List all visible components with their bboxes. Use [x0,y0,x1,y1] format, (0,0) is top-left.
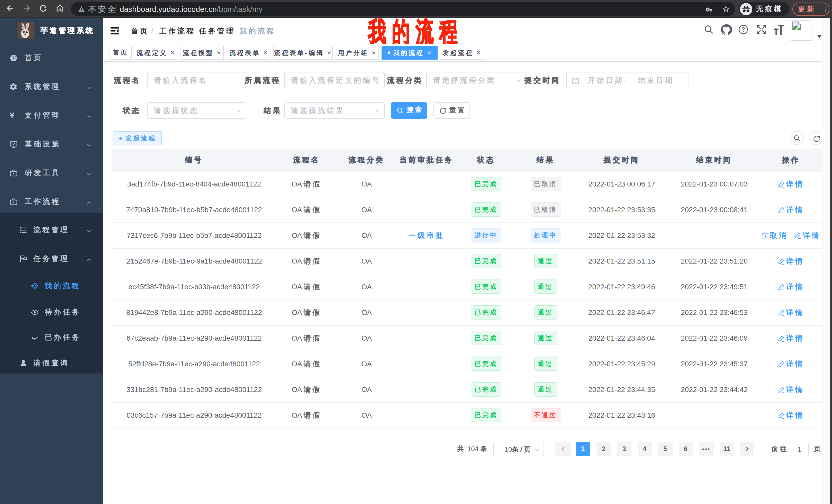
svg-text:?: ? [742,26,745,33]
